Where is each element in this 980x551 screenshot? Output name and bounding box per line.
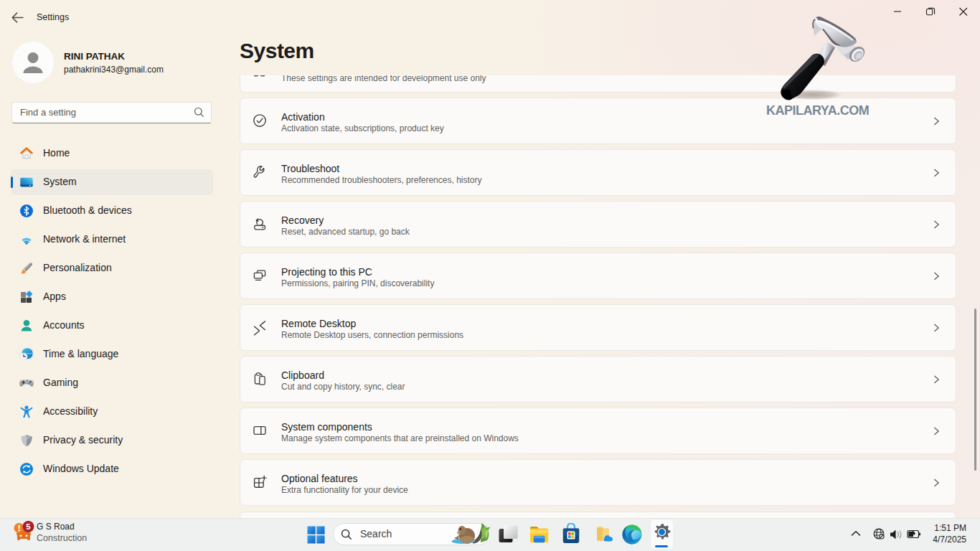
svg-text:5: 5 (26, 522, 31, 531)
